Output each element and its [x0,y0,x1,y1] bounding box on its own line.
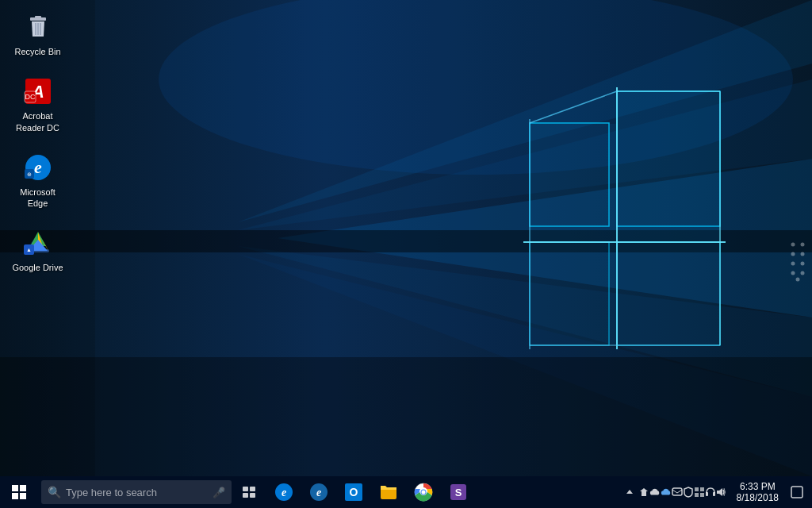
windows-logo-icon [12,485,26,499]
gdrive-svg: ▲ [24,229,52,257]
svg-rect-68 [250,493,255,498]
taskbar-app6-icon: S [449,483,468,502]
speaker-icon [716,487,727,498]
desktop-icons-container: Recycle Bin A DC Acrobat Reader DC [0,0,75,297]
recycle-bin-svg [24,13,52,41]
task-view-button[interactable] [235,476,263,508]
taskbar-app6-button[interactable]: S [441,476,476,508]
svg-point-80 [422,491,426,495]
acrobat-reader-icon[interactable]: A DC Acrobat Reader DC [8,72,67,137]
svg-rect-87 [695,493,699,497]
taskbar-explorer-button[interactable] [371,476,406,508]
svg-text:e: e [282,487,286,498]
chevron-up-icon [626,488,634,496]
search-icon: 🔍 [48,486,61,498]
svg-rect-92 [791,487,802,498]
svg-rect-89 [706,492,708,496]
google-drive-label: Google Drive [12,262,63,273]
svg-rect-25 [0,357,812,476]
recycle-bin-image [22,11,54,43]
taskbar-edge-icon: e [274,483,293,502]
tray-cloud-icon[interactable] [649,476,661,508]
svg-text:▲: ▲ [26,247,32,252]
tray-message-icon[interactable] [672,476,683,508]
taskbar-explorer-icon [379,483,398,502]
taskbar: 🔍 Type here to search 🎤 e e [0,476,812,508]
taskbar-ie-icon: e [309,483,328,502]
google-drive-icon[interactable]: ▲ Google Drive [8,224,67,276]
tray-speaker-icon[interactable] [716,476,727,508]
shield-icon [683,487,694,498]
taskbar-chrome-icon [414,483,433,502]
svg-text:S: S [455,487,462,498]
svg-rect-65 [243,487,248,491]
svg-rect-22 [618,92,719,241]
svg-rect-88 [700,493,704,497]
notification-icon [791,486,803,498]
svg-rect-64 [20,493,26,499]
svg-rect-66 [250,487,255,491]
taskbar-chrome-button[interactable] [406,476,441,508]
edge-svg: e ⊕ [24,153,52,182]
tray-headset-icon[interactable] [705,476,716,508]
tray-network-icon[interactable] [638,476,649,508]
svg-point-56 [791,262,795,266]
svg-rect-62 [20,485,26,491]
svg-point-58 [791,271,795,275]
cloud2-icon [661,487,672,497]
search-bar[interactable]: 🔍 Type here to search 🎤 [41,480,232,504]
tray-misc-icon [694,487,705,498]
system-clock[interactable]: 6:33 PM 8/18/2018 [730,476,785,508]
svg-point-57 [801,262,805,266]
taskbar-edge-button[interactable]: e [266,476,301,508]
svg-rect-90 [713,492,715,496]
svg-rect-21 [530,124,616,241]
taskbar-ie-button[interactable]: e [301,476,336,508]
network-icon [638,487,649,498]
task-view-icon [243,487,255,498]
show-hidden-icons-button[interactable] [621,476,638,508]
message-icon [672,487,683,498]
google-drive-image: ▲ [22,227,54,259]
svg-marker-91 [717,488,722,496]
svg-rect-23 [530,243,616,344]
notification-center-button[interactable] [785,476,809,508]
start-button[interactable] [0,476,38,508]
tray-security-icon[interactable] [683,476,694,508]
svg-rect-86 [700,487,704,491]
taskbar-outlook-button[interactable]: O [336,476,371,508]
light-rays-decoration [0,0,812,476]
svg-text:O: O [350,486,358,498]
recycle-bin-label: Recycle Bin [14,46,60,57]
svg-point-59 [801,271,805,275]
tray-app-icon[interactable] [694,476,705,508]
acrobat-reader-image: A DC [22,75,54,107]
recycle-bin-icon[interactable]: Recycle Bin [8,8,67,60]
system-tray: 6:33 PM 8/18/2018 [618,476,812,508]
clock-date: 8/18/2018 [737,492,779,503]
tray-icons-group [618,476,730,508]
taskbar-outlook-icon: O [344,483,363,502]
svg-point-60 [796,278,800,282]
svg-point-52 [791,243,795,247]
svg-rect-85 [695,487,699,491]
desktop: Recycle Bin A DC Acrobat Reader DC [0,0,812,476]
svg-text:e: e [34,157,42,177]
svg-point-54 [791,252,795,256]
svg-text:⊕: ⊕ [27,171,32,177]
cloud-icon [649,487,661,497]
microsoft-edge-icon[interactable]: e ⊕ Microsoft Edge [8,148,67,213]
acrobat-reader-label: Acrobat Reader DC [11,110,64,133]
taskbar-pinned-apps: e e O [266,476,476,508]
microsoft-edge-image: e ⊕ [22,152,54,183]
search-placeholder: Type here to search [66,487,213,498]
svg-rect-28 [35,16,41,18]
acrobat-svg: A DC [24,77,52,106]
svg-marker-83 [626,490,633,494]
tray-cloud2-icon[interactable] [661,476,672,508]
svg-point-55 [801,252,805,256]
svg-text:DC: DC [25,93,35,101]
microsoft-edge-label: Microsoft Edge [11,187,64,210]
svg-rect-61 [12,485,18,491]
svg-text:e: e [316,487,321,498]
